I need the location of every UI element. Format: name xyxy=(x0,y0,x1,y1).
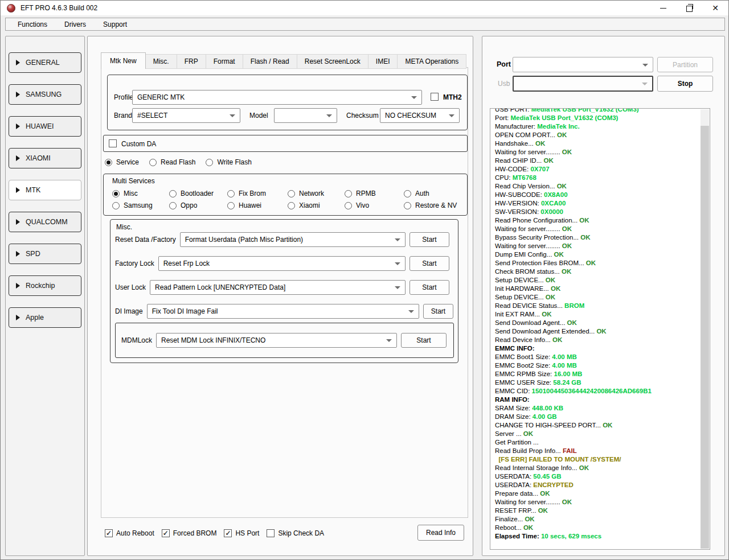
partition-button[interactable]: Partition xyxy=(657,57,713,72)
log-line: Read DEVICE Status... BROM xyxy=(495,302,700,310)
log-segment: RAM INFO: xyxy=(495,396,530,403)
close-button[interactable]: ✕ xyxy=(702,1,728,15)
read-info-button[interactable]: Read Info xyxy=(417,525,464,541)
start-button-user-lock[interactable]: Start xyxy=(409,280,449,295)
sidebar-item-general[interactable]: GENERAL xyxy=(9,52,81,73)
service-radio-xiaomi[interactable]: Xiaomi xyxy=(288,201,345,209)
arrow-right-icon xyxy=(16,155,20,161)
service-radio-huawei[interactable]: Huawei xyxy=(227,201,288,209)
service-radio-misc[interactable]: Misc xyxy=(112,190,169,197)
option-forced-brom[interactable]: Forced BROM xyxy=(162,529,217,537)
service-radio-samsung[interactable]: Samsung xyxy=(112,201,169,209)
menu-item-drivers[interactable]: Drivers xyxy=(56,20,95,28)
tab-flash-read[interactable]: Flash / Read xyxy=(243,54,297,69)
log-segment: FAIL xyxy=(563,447,577,454)
log-segment: Elapsed Time: xyxy=(495,533,541,540)
tab-reset-screenlock[interactable]: Reset ScreenLock xyxy=(297,54,368,69)
log-segment: 0X0000 xyxy=(540,208,563,215)
log-segment: OK xyxy=(538,507,548,514)
log-scrollbar[interactable] xyxy=(701,109,709,549)
log-segment: 4.00 MB xyxy=(552,362,576,369)
service-radio-bootloader[interactable]: Bootloader xyxy=(169,190,227,197)
log-segment: OK xyxy=(579,464,589,471)
sidebar-item-label: SAMSUNG xyxy=(26,90,62,98)
sidebar-item-qualcomm[interactable]: QUALCOMM xyxy=(9,212,81,232)
custom-da-checkbox[interactable] xyxy=(109,139,117,147)
service-radio-rpmb[interactable]: RPMB xyxy=(345,190,404,197)
sidebar-item-huawei[interactable]: HUAWEI xyxy=(9,116,81,137)
radio-label: Read Flash xyxy=(161,158,195,166)
mth2-checkbox[interactable] xyxy=(431,93,439,101)
sidebar-item-mtk[interactable]: MTK xyxy=(9,180,81,200)
log-segment: Read DEVICE Status... xyxy=(495,302,564,309)
model-combobox[interactable] xyxy=(274,108,337,123)
radio-icon xyxy=(227,190,235,197)
log-segment: HW-VERSION: xyxy=(495,200,541,207)
service-radio-fix-brom[interactable]: Fix Brom xyxy=(227,190,288,197)
port-combobox[interactable] xyxy=(513,57,653,72)
log-line: Handshake... OK xyxy=(495,139,700,148)
tab-misc[interactable]: Misc. xyxy=(146,54,177,69)
combo-mdmlock[interactable]: Reset MDM Lock INFINIX/TECNO xyxy=(156,333,397,348)
sidebar-item-rockchip[interactable]: Rockchip xyxy=(9,275,81,296)
combo-reset-data-factory[interactable]: Format Userdata (Patch Misc Partition) xyxy=(180,232,406,247)
checkbox-icon xyxy=(267,529,275,537)
brand-combobox[interactable]: #SELECT xyxy=(132,108,240,123)
service-radio-restore-nv[interactable]: Restore & NV xyxy=(404,201,462,209)
service-radio-oppo[interactable]: Oppo xyxy=(169,201,227,209)
start-button-di-image[interactable]: Start xyxy=(423,304,453,319)
option-hs-port[interactable]: HS Port xyxy=(224,529,259,537)
option-skip-check-da[interactable]: Skip Check DA xyxy=(267,529,324,537)
mth2-label: MTH2 xyxy=(443,93,462,101)
chevron-down-icon xyxy=(642,64,648,67)
tab-mtk-new[interactable]: Mtk New xyxy=(101,52,146,69)
log-lines: USB PORT: MediaTek USB Port_V1632 (COM3)… xyxy=(491,108,700,549)
option-auto-reboot[interactable]: Auto Reboot xyxy=(105,529,154,537)
close-icon: ✕ xyxy=(712,4,719,12)
start-button-mdmlock[interactable]: Start xyxy=(401,333,447,348)
combo-value: Reset MDM Lock INFINIX/TECNO xyxy=(161,336,265,344)
chevron-down-icon xyxy=(395,262,400,265)
service-radio-vivo[interactable]: Vivo xyxy=(345,201,404,209)
start-button-reset-data-factory[interactable]: Start xyxy=(409,232,449,247)
menu-item-support[interactable]: Support xyxy=(95,20,136,28)
sidebar-item-spd[interactable]: SPD xyxy=(9,244,81,264)
checksum-combobox[interactable]: NO CHECKSUM xyxy=(380,108,460,123)
combo-di-image[interactable]: Fix Tool DI Image Fail xyxy=(147,304,419,319)
arrow-right-icon xyxy=(16,219,20,225)
minimize-button[interactable] xyxy=(650,1,676,15)
log-line: Waiting for server........ OK xyxy=(495,242,700,250)
mode-radio-write-flash[interactable]: Write Flash xyxy=(206,158,251,166)
start-button-factory-lock[interactable]: Start xyxy=(409,256,449,271)
field-label: User Lock xyxy=(115,283,146,291)
multi-services-title: Multi Services xyxy=(112,177,155,185)
stop-button[interactable]: Stop xyxy=(657,76,713,92)
radio-label: Auth xyxy=(415,190,429,197)
log-segment: CHANGE TO HIGH-SPEED PORT... xyxy=(495,422,603,429)
combo-factory-lock[interactable]: Reset Frp Lock xyxy=(158,256,406,271)
restore-button[interactable] xyxy=(676,1,702,15)
sidebar-item-label: GENERAL xyxy=(26,59,60,67)
mode-radio-read-flash[interactable]: Read Flash xyxy=(149,158,195,166)
tab-format[interactable]: Format xyxy=(206,54,243,69)
service-radio-network[interactable]: Network xyxy=(288,190,345,197)
log-scrollbar-thumb[interactable] xyxy=(701,126,709,549)
log-segment: OK xyxy=(562,499,572,505)
log-line: Reboot... OK xyxy=(495,524,700,532)
profile-combobox[interactable]: GENERIC MTK xyxy=(132,90,422,105)
tab-frp[interactable]: FRP xyxy=(177,54,206,69)
log-segment: Init HARDWARE... xyxy=(495,285,551,292)
sidebar-item-xiaomi[interactable]: XIAOMI xyxy=(9,148,81,168)
tab-meta-operations[interactable]: META Operations xyxy=(398,54,466,69)
combo-user-lock[interactable]: Read Pattern Lock [UNENCRYPTED Data] xyxy=(150,280,406,295)
menu-item-functions[interactable]: Functions xyxy=(9,20,56,28)
sidebar-item-apple[interactable]: Apple xyxy=(9,307,81,328)
log-segment: OK xyxy=(543,157,553,164)
log-line: Prepare data... OK xyxy=(495,489,700,498)
tab-imei[interactable]: IMEI xyxy=(368,54,398,69)
usb-combobox[interactable] xyxy=(513,76,653,92)
mode-radio-service[interactable]: Service xyxy=(105,158,139,166)
sidebar-item-samsung[interactable]: SAMSUNG xyxy=(9,84,81,105)
service-radio-auth[interactable]: Auth xyxy=(404,190,462,197)
log-segment: DRAM Size: xyxy=(495,413,533,420)
